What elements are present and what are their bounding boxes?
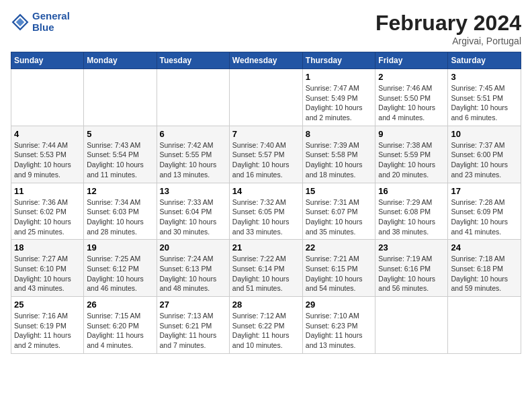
day-cell: 8Sunrise: 7:39 AM Sunset: 5:58 PM Daylig… <box>302 126 375 183</box>
day-cell: 24Sunrise: 7:18 AM Sunset: 6:18 PM Dayli… <box>448 240 521 297</box>
day-info: Sunrise: 7:27 AM Sunset: 6:10 PM Dayligh… <box>14 254 81 293</box>
day-info: Sunrise: 7:33 AM Sunset: 6:04 PM Dayligh… <box>160 197 226 237</box>
day-cell: 26Sunrise: 7:15 AM Sunset: 6:20 PM Dayli… <box>84 297 157 354</box>
day-number: 4 <box>14 129 81 139</box>
day-info: Sunrise: 7:18 AM Sunset: 6:18 PM Dayligh… <box>451 254 518 293</box>
logo-icon <box>11 13 30 32</box>
logo: General Blue <box>11 11 70 33</box>
day-cell: 7Sunrise: 7:40 AM Sunset: 5:57 PM Daylig… <box>229 126 302 183</box>
day-info: Sunrise: 7:43 AM Sunset: 5:54 PM Dayligh… <box>87 140 153 180</box>
day-number: 12 <box>87 186 153 196</box>
day-info: Sunrise: 7:25 AM Sunset: 6:12 PM Dayligh… <box>87 254 153 293</box>
day-cell: 28Sunrise: 7:12 AM Sunset: 6:22 PM Dayli… <box>229 297 302 354</box>
day-cell: 16Sunrise: 7:29 AM Sunset: 6:08 PM Dayli… <box>375 183 448 240</box>
day-info: Sunrise: 7:40 AM Sunset: 5:57 PM Dayligh… <box>232 140 300 180</box>
day-cell: 14Sunrise: 7:32 AM Sunset: 6:05 PM Dayli… <box>229 183 302 240</box>
day-cell: 3Sunrise: 7:45 AM Sunset: 5:51 PM Daylig… <box>448 69 521 126</box>
day-cell: 5Sunrise: 7:43 AM Sunset: 5:54 PM Daylig… <box>84 126 157 183</box>
day-info: Sunrise: 7:42 AM Sunset: 5:55 PM Dayligh… <box>160 140 226 180</box>
day-info: Sunrise: 7:21 AM Sunset: 6:15 PM Dayligh… <box>306 254 373 293</box>
day-number: 24 <box>451 242 518 253</box>
day-number: 11 <box>14 186 81 196</box>
day-info: Sunrise: 7:37 AM Sunset: 6:00 PM Dayligh… <box>451 140 518 180</box>
day-cell: 25Sunrise: 7:16 AM Sunset: 6:19 PM Dayli… <box>11 297 84 354</box>
day-number: 1 <box>306 72 373 82</box>
day-number: 6 <box>160 129 226 139</box>
day-cell <box>229 69 302 126</box>
day-info: Sunrise: 7:24 AM Sunset: 6:13 PM Dayligh… <box>160 254 226 293</box>
day-cell: 29Sunrise: 7:10 AM Sunset: 6:23 PM Dayli… <box>302 297 375 354</box>
day-number: 22 <box>306 242 373 253</box>
day-cell <box>11 69 84 126</box>
week-row-3: 11Sunrise: 7:36 AM Sunset: 6:02 PM Dayli… <box>11 183 521 240</box>
day-number: 15 <box>306 186 373 196</box>
day-cell: 27Sunrise: 7:13 AM Sunset: 6:21 PM Dayli… <box>157 297 229 354</box>
day-cell: 13Sunrise: 7:33 AM Sunset: 6:04 PM Dayli… <box>157 183 229 240</box>
day-number: 16 <box>378 186 445 196</box>
day-info: Sunrise: 7:38 AM Sunset: 5:59 PM Dayligh… <box>378 140 445 180</box>
day-cell: 21Sunrise: 7:22 AM Sunset: 6:14 PM Dayli… <box>229 240 302 297</box>
day-info: Sunrise: 7:44 AM Sunset: 5:53 PM Dayligh… <box>14 140 81 180</box>
weekday-header-saturday: Saturday <box>448 52 521 69</box>
day-info: Sunrise: 7:46 AM Sunset: 5:50 PM Dayligh… <box>378 83 445 123</box>
day-cell: 1Sunrise: 7:47 AM Sunset: 5:49 PM Daylig… <box>302 69 375 126</box>
week-row-4: 18Sunrise: 7:27 AM Sunset: 6:10 PM Dayli… <box>11 240 521 297</box>
calendar-body: 1Sunrise: 7:47 AM Sunset: 5:49 PM Daylig… <box>11 69 521 354</box>
title-block: February 2024 Argivai, Portugal <box>375 11 521 46</box>
day-info: Sunrise: 7:31 AM Sunset: 6:07 PM Dayligh… <box>306 197 373 237</box>
weekday-header-monday: Monday <box>84 52 157 69</box>
day-cell <box>448 297 521 354</box>
day-number: 2 <box>378 72 445 82</box>
day-number: 26 <box>87 300 153 310</box>
day-info: Sunrise: 7:34 AM Sunset: 6:03 PM Dayligh… <box>87 197 153 237</box>
day-number: 7 <box>232 129 300 139</box>
day-number: 13 <box>160 186 226 196</box>
day-number: 25 <box>14 300 81 310</box>
day-cell: 6Sunrise: 7:42 AM Sunset: 5:55 PM Daylig… <box>157 126 229 183</box>
calendar-title: February 2024 <box>375 11 521 36</box>
day-number: 28 <box>232 300 300 310</box>
day-cell <box>157 69 229 126</box>
day-cell: 15Sunrise: 7:31 AM Sunset: 6:07 PM Dayli… <box>302 183 375 240</box>
day-cell: 9Sunrise: 7:38 AM Sunset: 5:59 PM Daylig… <box>375 126 448 183</box>
day-number: 21 <box>232 242 300 253</box>
week-row-1: 1Sunrise: 7:47 AM Sunset: 5:49 PM Daylig… <box>11 69 521 126</box>
page-header: General Blue February 2024 Argivai, Port… <box>11 11 521 46</box>
day-cell: 4Sunrise: 7:44 AM Sunset: 5:53 PM Daylig… <box>11 126 84 183</box>
weekday-header-sunday: Sunday <box>11 52 84 69</box>
day-number: 8 <box>306 129 373 139</box>
day-number: 3 <box>451 72 518 82</box>
day-info: Sunrise: 7:13 AM Sunset: 6:21 PM Dayligh… <box>160 311 226 351</box>
day-number: 19 <box>87 242 153 253</box>
week-row-5: 25Sunrise: 7:16 AM Sunset: 6:19 PM Dayli… <box>11 297 521 354</box>
day-number: 17 <box>451 186 518 196</box>
day-info: Sunrise: 7:47 AM Sunset: 5:49 PM Dayligh… <box>306 83 373 123</box>
day-number: 9 <box>378 129 445 139</box>
weekday-header-tuesday: Tuesday <box>157 52 229 69</box>
day-cell: 18Sunrise: 7:27 AM Sunset: 6:10 PM Dayli… <box>11 240 84 297</box>
weekday-header-thursday: Thursday <box>302 52 375 69</box>
day-cell: 23Sunrise: 7:19 AM Sunset: 6:16 PM Dayli… <box>375 240 448 297</box>
day-cell: 22Sunrise: 7:21 AM Sunset: 6:15 PM Dayli… <box>302 240 375 297</box>
day-number: 14 <box>232 186 300 196</box>
day-number: 29 <box>306 300 373 310</box>
day-info: Sunrise: 7:22 AM Sunset: 6:14 PM Dayligh… <box>232 254 300 293</box>
day-info: Sunrise: 7:45 AM Sunset: 5:51 PM Dayligh… <box>451 83 518 123</box>
day-number: 23 <box>378 242 445 253</box>
week-row-2: 4Sunrise: 7:44 AM Sunset: 5:53 PM Daylig… <box>11 126 521 183</box>
day-cell: 20Sunrise: 7:24 AM Sunset: 6:13 PM Dayli… <box>157 240 229 297</box>
day-number: 27 <box>160 300 226 310</box>
calendar-table: SundayMondayTuesdayWednesdayThursdayFrid… <box>11 52 521 354</box>
day-info: Sunrise: 7:39 AM Sunset: 5:58 PM Dayligh… <box>306 140 373 180</box>
day-cell: 11Sunrise: 7:36 AM Sunset: 6:02 PM Dayli… <box>11 183 84 240</box>
day-info: Sunrise: 7:16 AM Sunset: 6:19 PM Dayligh… <box>14 311 81 351</box>
day-info: Sunrise: 7:29 AM Sunset: 6:08 PM Dayligh… <box>378 197 445 237</box>
weekday-header-wednesday: Wednesday <box>229 52 302 69</box>
weekday-header-row: SundayMondayTuesdayWednesdayThursdayFrid… <box>11 52 521 69</box>
weekday-header-friday: Friday <box>375 52 448 69</box>
day-cell: 10Sunrise: 7:37 AM Sunset: 6:00 PM Dayli… <box>448 126 521 183</box>
day-cell <box>84 69 157 126</box>
day-cell: 19Sunrise: 7:25 AM Sunset: 6:12 PM Dayli… <box>84 240 157 297</box>
day-info: Sunrise: 7:36 AM Sunset: 6:02 PM Dayligh… <box>14 197 81 237</box>
day-cell <box>375 297 448 354</box>
